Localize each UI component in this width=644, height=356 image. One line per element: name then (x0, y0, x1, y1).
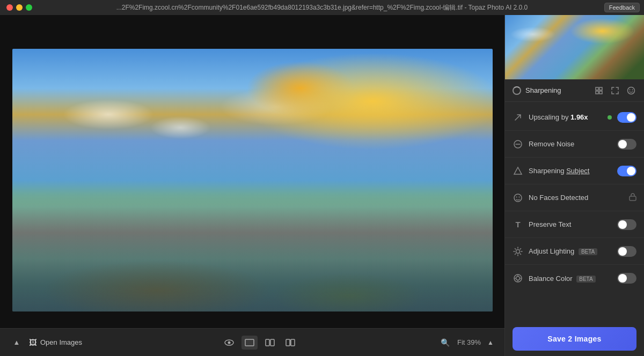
preserve-text-label: Preserve Text (529, 220, 612, 228)
face-icon (513, 192, 523, 203)
upscale-dot (608, 115, 612, 120)
split-view-icon (286, 338, 295, 347)
save-button-container: Save 2 Images (505, 322, 644, 356)
preserve-text-toggle[interactable] (617, 219, 636, 230)
svg-rect-8 (596, 87, 598, 90)
eye-icon (224, 338, 234, 347)
panel-face-icon[interactable] (626, 85, 636, 96)
upscale-value: 1.96x (570, 113, 588, 121)
compare-view-button[interactable] (262, 336, 278, 350)
zoom-out-button[interactable]: 🔍 (437, 336, 453, 349)
svg-rect-9 (599, 87, 602, 90)
title-bar: ...2F%2Fimg.zcool.cn%2Fcommunity%2F01e6a… (0, 0, 644, 15)
remove-noise-label: Remove Noise (529, 140, 612, 148)
toolbar-right: 🔍 Fit 39% ▲ (437, 336, 496, 349)
balance-color-toggle[interactable] (617, 273, 636, 284)
adjust-lighting-toggle[interactable] (617, 246, 636, 257)
svg-point-17 (514, 194, 522, 202)
svg-line-29 (515, 254, 516, 255)
split-view-button[interactable] (282, 336, 298, 350)
window-title: ...2F%2Fimg.zcool.cn%2Fcommunity%2F01e6a… (116, 3, 528, 12)
svg-rect-11 (599, 91, 602, 94)
maximize-button[interactable] (26, 4, 32, 11)
svg-rect-2 (245, 339, 254, 346)
svg-rect-20 (630, 196, 636, 201)
svg-line-27 (520, 254, 521, 255)
toolbar-left: ▲ 🖼 Open Images (9, 336, 82, 350)
collapse-icon: ▲ (12, 338, 21, 347)
minimize-button[interactable] (16, 4, 23, 11)
open-images-label: Open Images (40, 338, 82, 346)
svg-point-18 (516, 196, 517, 197)
main-image (12, 49, 493, 312)
eye-button[interactable] (221, 336, 237, 350)
bottom-toolbar-wrapper: ▲ 🖼 Open Images (0, 328, 504, 356)
zoom-icon: 🔍 (441, 338, 450, 347)
single-view-icon (245, 338, 254, 347)
lighting-beta: BETA (579, 248, 597, 255)
no-faces-row: No Faces Detected (505, 184, 644, 211)
no-faces-label: No Faces Detected (529, 194, 624, 202)
svg-point-21 (516, 249, 520, 253)
upscaling-toggle[interactable] (617, 112, 636, 123)
image-container (12, 49, 493, 312)
panel-fullscreen-icon[interactable] (610, 85, 620, 96)
balance-color-row: Balance Color BETA (505, 265, 644, 292)
svg-point-12 (628, 87, 635, 94)
svg-point-1 (228, 341, 231, 344)
balance-color-label: Balance Color BETA (529, 275, 612, 283)
subject-label: Subject (566, 167, 589, 175)
loading-spinner (513, 86, 521, 95)
sharpening-subject-label: Sharpening Subject (529, 167, 612, 175)
remove-noise-row: Remove Noise (505, 131, 644, 158)
adjust-lighting-row: Adjust Lighting BETA (505, 238, 644, 265)
remove-noise-toggle[interactable] (617, 139, 636, 150)
svg-rect-4 (270, 339, 274, 346)
text-icon: T (513, 219, 523, 230)
panel-header-icons (594, 85, 636, 96)
sharpening-subject-row: Sharpening Subject (505, 158, 644, 184)
svg-rect-3 (266, 339, 269, 346)
open-images-button[interactable]: 🖼 Open Images (29, 338, 82, 347)
svg-point-31 (516, 277, 520, 280)
sharpening-subject-icon (513, 166, 523, 176)
panel-title: Sharpening (525, 86, 589, 94)
svg-rect-6 (291, 339, 295, 346)
svg-line-28 (520, 248, 521, 249)
main-content: ▲ 🖼 Open Images (0, 15, 644, 356)
upscaling-row: Upscaling by 1.96x (505, 104, 644, 131)
zoom-expand-button[interactable]: ▲ (485, 338, 496, 347)
svg-line-26 (515, 248, 516, 249)
svg-rect-5 (286, 339, 290, 346)
close-button[interactable] (6, 4, 13, 11)
canvas-area: ▲ 🖼 Open Images (0, 15, 504, 356)
bottom-toolbar: ▲ 🖼 Open Images (0, 328, 504, 356)
panel-rows: Upscaling by 1.96x Remove Noise (505, 102, 644, 322)
svg-point-19 (519, 196, 520, 197)
panel-resize-icon[interactable] (594, 85, 604, 96)
color-icon (513, 273, 523, 284)
svg-rect-10 (596, 91, 598, 94)
sharpening-subject-toggle[interactable] (617, 166, 636, 176)
svg-point-14 (632, 89, 633, 90)
compare-view-icon (265, 338, 275, 347)
toolbar-center (89, 336, 431, 350)
folder-icon: 🖼 (29, 338, 37, 347)
lock-icon (629, 192, 636, 203)
traffic-lights (6, 4, 32, 11)
fit-zoom-label: Fit 39% (457, 338, 481, 346)
adjust-lighting-label: Adjust Lighting BETA (529, 247, 612, 255)
feedback-button[interactable]: Feedback (604, 3, 640, 12)
thumbnail-image (505, 15, 644, 79)
collapse-button[interactable]: ▲ (9, 336, 25, 350)
single-view-button[interactable] (241, 336, 258, 350)
preserve-text-row: T Preserve Text (505, 211, 644, 238)
lighting-icon (513, 246, 523, 257)
thumbnail-area (505, 15, 644, 79)
remove-noise-icon (513, 139, 523, 150)
save-button[interactable]: Save 2 Images (513, 327, 636, 351)
upscaling-label: Upscaling by 1.96x (529, 113, 602, 121)
color-beta: BETA (576, 276, 595, 283)
right-panel: Sharpening (504, 15, 644, 356)
panel-header: Sharpening (505, 79, 644, 102)
